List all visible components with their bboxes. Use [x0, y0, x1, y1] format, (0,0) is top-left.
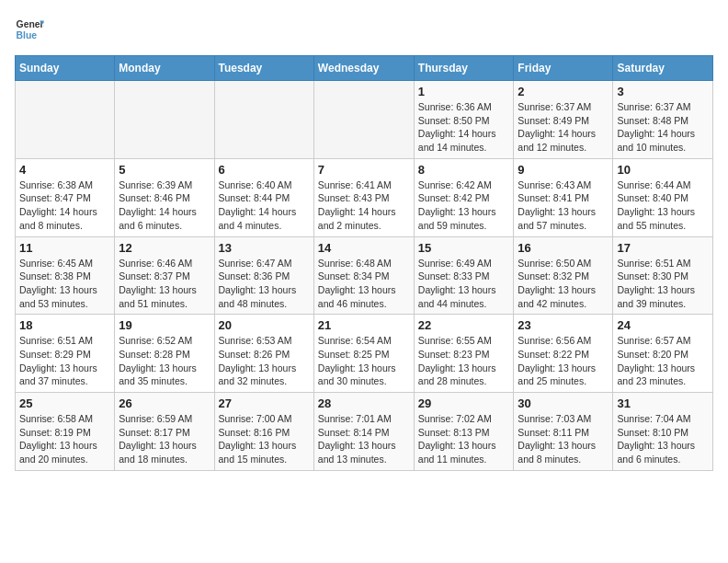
- day-info: Sunrise: 6:59 AM Sunset: 8:17 PM Dayligh…: [119, 412, 210, 466]
- day-info: Sunrise: 6:57 AM Sunset: 8:20 PM Dayligh…: [617, 334, 709, 388]
- day-number: 11: [19, 241, 110, 255]
- day-cell: [313, 81, 414, 159]
- calendar-table: SundayMondayTuesdayWednesdayThursdayFrid…: [15, 55, 713, 471]
- day-info: Sunrise: 6:50 AM Sunset: 8:32 PM Dayligh…: [518, 257, 609, 311]
- day-cell: 21Sunrise: 6:54 AM Sunset: 8:25 PM Dayli…: [313, 315, 414, 393]
- weekday-header-monday: Monday: [115, 56, 214, 81]
- day-info: Sunrise: 6:39 AM Sunset: 8:46 PM Dayligh…: [119, 178, 210, 233]
- day-info: Sunrise: 6:38 AM Sunset: 8:47 PM Dayligh…: [19, 178, 110, 233]
- day-info: Sunrise: 6:43 AM Sunset: 8:41 PM Dayligh…: [518, 178, 609, 233]
- day-cell: 5Sunrise: 6:39 AM Sunset: 8:46 PM Daylig…: [115, 158, 214, 236]
- day-number: 17: [617, 241, 709, 255]
- day-number: 24: [617, 318, 709, 332]
- day-info: Sunrise: 6:42 AM Sunset: 8:42 PM Dayligh…: [418, 178, 510, 233]
- day-cell: 16Sunrise: 6:50 AM Sunset: 8:32 PM Dayli…: [514, 236, 613, 315]
- day-number: 18: [19, 318, 110, 332]
- day-cell: 19Sunrise: 6:52 AM Sunset: 8:28 PM Dayli…: [115, 315, 214, 393]
- day-cell: 23Sunrise: 6:56 AM Sunset: 8:22 PM Dayli…: [514, 315, 613, 393]
- day-cell: 3Sunrise: 6:37 AM Sunset: 8:48 PM Daylig…: [613, 81, 713, 159]
- week-row-4: 18Sunrise: 6:51 AM Sunset: 8:29 PM Dayli…: [16, 315, 713, 393]
- day-number: 27: [219, 396, 310, 410]
- day-cell: 9Sunrise: 6:43 AM Sunset: 8:41 PM Daylig…: [514, 158, 613, 236]
- day-number: 13: [219, 241, 310, 255]
- day-cell: 30Sunrise: 7:03 AM Sunset: 8:11 PM Dayli…: [514, 393, 613, 471]
- day-info: Sunrise: 6:37 AM Sunset: 8:49 PM Dayligh…: [518, 100, 609, 155]
- day-number: 28: [318, 396, 410, 410]
- day-info: Sunrise: 6:49 AM Sunset: 8:33 PM Dayligh…: [418, 257, 510, 311]
- day-info: Sunrise: 6:48 AM Sunset: 8:34 PM Dayligh…: [318, 257, 410, 311]
- day-number: 15: [418, 241, 510, 255]
- week-row-2: 4Sunrise: 6:38 AM Sunset: 8:47 PM Daylig…: [16, 158, 713, 236]
- day-number: 5: [119, 163, 210, 177]
- day-number: 14: [318, 241, 410, 255]
- week-row-5: 25Sunrise: 6:58 AM Sunset: 8:19 PM Dayli…: [16, 393, 713, 471]
- day-cell: 11Sunrise: 6:45 AM Sunset: 8:38 PM Dayli…: [16, 236, 115, 315]
- day-cell: 4Sunrise: 6:38 AM Sunset: 8:47 PM Daylig…: [16, 158, 115, 236]
- day-info: Sunrise: 6:55 AM Sunset: 8:23 PM Dayligh…: [418, 334, 510, 388]
- day-cell: 6Sunrise: 6:40 AM Sunset: 8:44 PM Daylig…: [214, 158, 313, 236]
- day-info: Sunrise: 6:51 AM Sunset: 8:30 PM Dayligh…: [617, 257, 709, 311]
- day-cell: [16, 81, 115, 159]
- day-number: 1: [418, 85, 510, 98]
- day-info: Sunrise: 6:52 AM Sunset: 8:28 PM Dayligh…: [119, 334, 210, 388]
- day-info: Sunrise: 6:58 AM Sunset: 8:19 PM Dayligh…: [19, 412, 110, 466]
- svg-text:General: General: [17, 19, 44, 29]
- weekday-header-row: SundayMondayTuesdayWednesdayThursdayFrid…: [16, 56, 713, 81]
- day-info: Sunrise: 6:37 AM Sunset: 8:48 PM Dayligh…: [617, 100, 709, 155]
- svg-text:Blue: Blue: [17, 30, 38, 40]
- day-cell: 28Sunrise: 7:01 AM Sunset: 8:14 PM Dayli…: [313, 393, 414, 471]
- day-info: Sunrise: 6:51 AM Sunset: 8:29 PM Dayligh…: [19, 334, 110, 388]
- day-info: Sunrise: 7:03 AM Sunset: 8:11 PM Dayligh…: [518, 412, 609, 466]
- logo-icon: General Blue: [15, 15, 44, 44]
- day-cell: 26Sunrise: 6:59 AM Sunset: 8:17 PM Dayli…: [115, 393, 214, 471]
- weekday-header-sunday: Sunday: [16, 56, 115, 81]
- week-row-1: 1Sunrise: 6:36 AM Sunset: 8:50 PM Daylig…: [16, 81, 713, 159]
- weekday-header-friday: Friday: [514, 56, 613, 81]
- day-cell: 1Sunrise: 6:36 AM Sunset: 8:50 PM Daylig…: [414, 81, 514, 159]
- day-number: 31: [617, 396, 709, 410]
- day-cell: 20Sunrise: 6:53 AM Sunset: 8:26 PM Dayli…: [214, 315, 313, 393]
- day-number: 22: [418, 318, 510, 332]
- day-number: 25: [19, 396, 110, 410]
- logo: General Blue: [15, 15, 44, 44]
- day-info: Sunrise: 7:01 AM Sunset: 8:14 PM Dayligh…: [318, 412, 410, 466]
- day-number: 4: [19, 163, 110, 177]
- day-number: 3: [617, 85, 709, 98]
- weekday-header-thursday: Thursday: [414, 56, 514, 81]
- day-number: 23: [518, 318, 609, 332]
- weekday-header-wednesday: Wednesday: [313, 56, 414, 81]
- day-number: 12: [119, 241, 210, 255]
- day-cell: [115, 81, 214, 159]
- day-info: Sunrise: 6:56 AM Sunset: 8:22 PM Dayligh…: [518, 334, 609, 388]
- day-cell: 31Sunrise: 7:04 AM Sunset: 8:10 PM Dayli…: [613, 393, 713, 471]
- day-number: 7: [318, 163, 410, 177]
- day-cell: 12Sunrise: 6:46 AM Sunset: 8:37 PM Dayli…: [115, 236, 214, 315]
- day-number: 30: [518, 396, 609, 410]
- day-cell: 17Sunrise: 6:51 AM Sunset: 8:30 PM Dayli…: [613, 236, 713, 315]
- day-info: Sunrise: 6:40 AM Sunset: 8:44 PM Dayligh…: [219, 178, 310, 233]
- day-cell: 18Sunrise: 6:51 AM Sunset: 8:29 PM Dayli…: [16, 315, 115, 393]
- day-number: 16: [518, 241, 609, 255]
- day-info: Sunrise: 7:02 AM Sunset: 8:13 PM Dayligh…: [418, 412, 510, 466]
- day-number: 29: [418, 396, 510, 410]
- day-number: 20: [219, 318, 310, 332]
- day-cell: 24Sunrise: 6:57 AM Sunset: 8:20 PM Dayli…: [613, 315, 713, 393]
- day-info: Sunrise: 7:00 AM Sunset: 8:16 PM Dayligh…: [219, 412, 310, 466]
- day-number: 10: [617, 163, 709, 177]
- day-info: Sunrise: 6:53 AM Sunset: 8:26 PM Dayligh…: [219, 334, 310, 388]
- day-info: Sunrise: 6:36 AM Sunset: 8:50 PM Dayligh…: [418, 100, 510, 155]
- weekday-header-saturday: Saturday: [613, 56, 713, 81]
- day-cell: 2Sunrise: 6:37 AM Sunset: 8:49 PM Daylig…: [514, 81, 613, 159]
- day-info: Sunrise: 6:47 AM Sunset: 8:36 PM Dayligh…: [219, 257, 310, 311]
- day-number: 9: [518, 163, 609, 177]
- week-row-3: 11Sunrise: 6:45 AM Sunset: 8:38 PM Dayli…: [16, 236, 713, 315]
- day-info: Sunrise: 6:41 AM Sunset: 8:43 PM Dayligh…: [318, 178, 410, 233]
- day-cell: 14Sunrise: 6:48 AM Sunset: 8:34 PM Dayli…: [313, 236, 414, 315]
- day-number: 26: [119, 396, 210, 410]
- day-cell: 22Sunrise: 6:55 AM Sunset: 8:23 PM Dayli…: [414, 315, 514, 393]
- day-number: 21: [318, 318, 410, 332]
- day-cell: 29Sunrise: 7:02 AM Sunset: 8:13 PM Dayli…: [414, 393, 514, 471]
- day-number: 2: [518, 85, 609, 98]
- day-info: Sunrise: 6:45 AM Sunset: 8:38 PM Dayligh…: [19, 257, 110, 311]
- day-cell: 10Sunrise: 6:44 AM Sunset: 8:40 PM Dayli…: [613, 158, 713, 236]
